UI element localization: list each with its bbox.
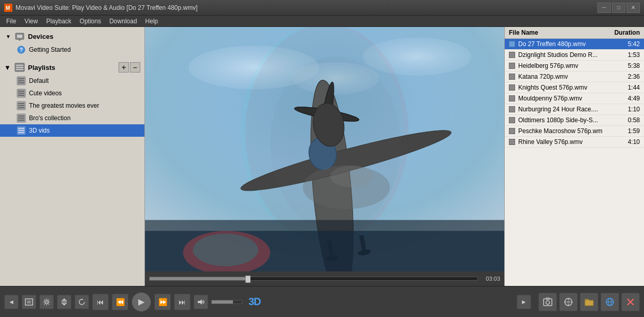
col-duration-header: Duration [614, 29, 640, 36]
svg-marker-64 [63, 298, 66, 300]
sidebar: ▼ Devices ? Getting Started ▼ [0, 27, 145, 286]
brightness-button[interactable] [39, 295, 54, 309]
devices-expand-icon: ▼ [4, 32, 12, 40]
open-file-button[interactable] [580, 293, 598, 311]
volume-button[interactable] [194, 295, 208, 309]
file-row-8[interactable]: Peschke Macroshow 576p.wm 1:59 [505, 126, 644, 137]
svg-rect-12 [18, 78, 24, 79]
minimize-button[interactable]: ─ [597, 3, 611, 13]
file-row-6[interactable]: Nurburgring 24 Hour Race.... 1:10 [505, 104, 644, 115]
getting-started-item[interactable]: ? Getting Started [0, 44, 144, 56]
close-button[interactable]: ✕ [626, 3, 640, 13]
3d-button[interactable]: 3D [245, 296, 264, 308]
window-title: Movavi Video Suite: Play Video & Audio [… [16, 4, 597, 11]
menu-options[interactable]: Options [76, 17, 105, 26]
playlist-greatest-movies[interactable]: The greatest movies ever [0, 99, 144, 112]
devices-header[interactable]: ▼ Devices [0, 29, 144, 44]
close-player-button[interactable] [621, 293, 640, 311]
aspect-button[interactable] [22, 295, 36, 309]
playlist-item-icon-4 [17, 113, 26, 123]
file-icon-5 [509, 95, 515, 102]
svg-point-69 [546, 300, 550, 304]
play-button[interactable]: ▶ [131, 292, 151, 312]
svg-rect-26 [18, 120, 24, 121]
current-time: 03:03 [482, 276, 500, 282]
rotate-icon [78, 298, 86, 306]
svg-rect-13 [18, 80, 24, 81]
file-row-9[interactable]: Rhine Valley 576p.wmv 4:10 [505, 137, 644, 148]
playlist-buttons: + – [119, 62, 140, 73]
video-canvas[interactable] [145, 27, 504, 271]
online-icon [605, 297, 615, 307]
svg-marker-66 [82, 298, 83, 300]
volume-fill [212, 300, 233, 304]
scroll-left-button[interactable]: ◄ [4, 295, 19, 309]
file-row-1[interactable]: Dzignlight Studios Demo R... 1:53 [505, 50, 644, 61]
deinterlace-button[interactable] [57, 295, 71, 309]
online-button[interactable] [601, 293, 619, 311]
close-player-icon [625, 297, 636, 307]
playlist-item-icon-3 [17, 101, 26, 110]
file-row-4[interactable]: Knights Quest 576p.wmv 1:44 [505, 82, 644, 93]
file-row-7[interactable]: Oldtimers 1080p Side-by-S... 0:58 [505, 115, 644, 126]
col-filename-header: File Name [509, 29, 614, 36]
playlist-cute-videos[interactable]: Cute videos [0, 87, 144, 99]
maximize-button[interactable]: □ [612, 3, 625, 13]
svg-rect-8 [16, 65, 23, 66]
playlist-bros-collection-label: Bro's collection [29, 114, 70, 122]
menu-playback[interactable]: Playback [42, 17, 76, 26]
file-name-4: Knights Quest 576p.wmv [518, 84, 614, 91]
playlists-header: ▼ Playlists + – [0, 60, 144, 75]
menu-file[interactable]: File [2, 17, 20, 26]
fast-forward-button[interactable]: ⏩ [154, 294, 171, 310]
rewind-button[interactable]: ⏪ [112, 294, 128, 310]
file-dur-7: 0:58 [614, 117, 640, 124]
right-controls [538, 293, 640, 311]
playlist-3d-vids[interactable]: 3D vids [0, 124, 144, 137]
file-name-1: Dzignlight Studios Demo R... [518, 51, 614, 59]
file-name-9: Rhine Valley 576p.wmv [518, 138, 614, 146]
snapshot-button[interactable] [538, 293, 557, 311]
file-row-0[interactable]: Do 27 Treffen 480p.wmv 5:42 [505, 39, 644, 50]
playlists-icon [14, 62, 25, 73]
app-icon: M [4, 4, 12, 12]
aspect-icon [25, 298, 33, 306]
window-controls: ─ □ ✕ [597, 3, 640, 13]
next-track-button[interactable]: ⏭ [174, 294, 191, 310]
playlist-bros-collection[interactable]: Bro's collection [0, 112, 144, 124]
menu-download[interactable]: Download [105, 17, 141, 26]
folder-icon [584, 297, 594, 307]
menu-view[interactable]: View [20, 17, 42, 26]
prev-track-button[interactable]: ⏮ [92, 294, 109, 310]
menu-bar: File View Playback Options Download Help [0, 16, 644, 27]
file-icon-6 [509, 106, 515, 112]
menu-help[interactable]: Help [141, 17, 163, 26]
rotate-button[interactable] [75, 295, 89, 309]
deinterlace-icon [60, 298, 68, 306]
video-effects-button[interactable] [559, 293, 578, 311]
volume-slider[interactable] [211, 300, 242, 304]
file-row-2[interactable]: Heidelberg 576p.wmv 5:38 [505, 61, 644, 71]
scroll-right-button[interactable]: ► [517, 295, 531, 309]
remove-playlist-button[interactable]: – [130, 62, 140, 73]
file-list-header: File Name Duration [505, 27, 644, 39]
progress-fill [150, 277, 248, 280]
playlist-default-label: Default [29, 77, 49, 84]
file-row-5[interactable]: Mouldpenny 576p.wmv 4:49 [505, 93, 644, 104]
file-icon-8 [509, 128, 515, 134]
file-dur-0: 5:42 [614, 40, 640, 48]
svg-rect-22 [18, 107, 24, 108]
file-row-3[interactable]: Katana 720p.wmv 2:36 [505, 71, 644, 82]
progress-thumb[interactable] [245, 276, 251, 283]
file-dur-9: 4:10 [614, 138, 640, 146]
playlist-default[interactable]: Default [0, 75, 144, 87]
svg-rect-30 [18, 132, 24, 133]
video-area: 03:03 [145, 27, 504, 286]
file-icon-2 [509, 63, 515, 69]
svg-point-72 [567, 300, 570, 304]
playlist-item-icon-2 [17, 89, 26, 98]
add-playlist-button[interactable]: + [119, 62, 129, 73]
file-dur-1: 1:53 [614, 51, 640, 59]
progress-track[interactable] [149, 277, 478, 281]
volume-icon [197, 298, 205, 306]
